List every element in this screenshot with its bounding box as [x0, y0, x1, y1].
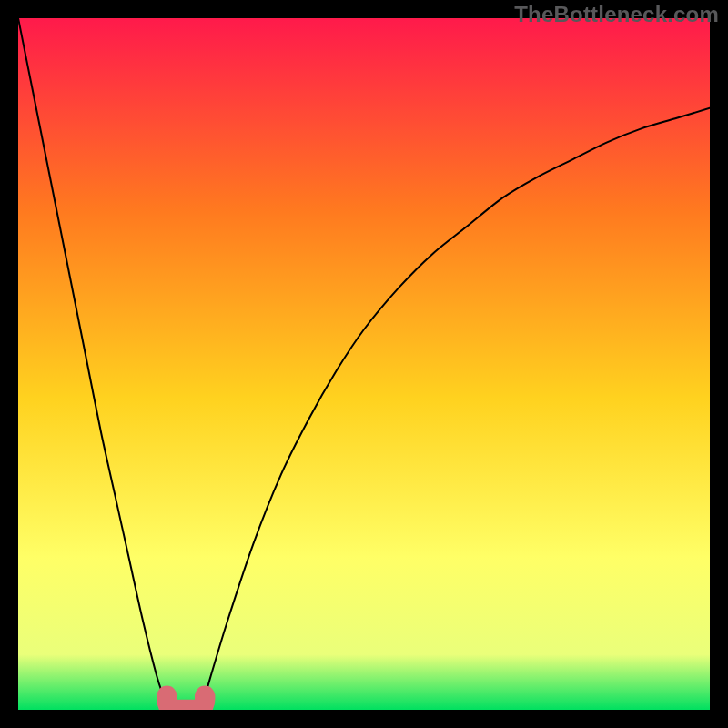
- bottleneck-chart: [18, 18, 710, 710]
- watermark-label: TheBottleneck.com: [514, 2, 719, 27]
- chart-background: [18, 18, 710, 710]
- chart-frame: TheBottleneck.com: [0, 0, 728, 728]
